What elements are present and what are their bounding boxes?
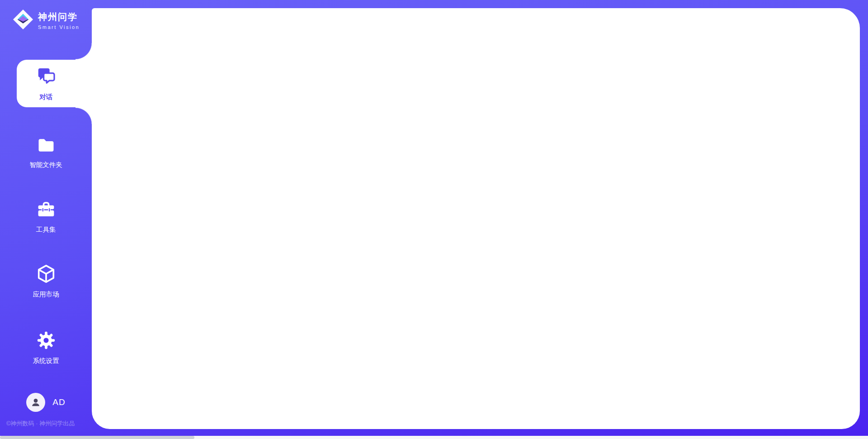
scrollbar-thumb[interactable] [0,436,194,439]
copyright-text: ©神州数码 · 神州问学出品 [6,420,75,428]
folder-icon [36,135,56,157]
cube-icon [36,263,57,286]
brand-name: 神州问学 [38,11,80,23]
tab-fillet-top [75,43,92,60]
sidebar-item-label: 系统设置 [33,357,59,365]
brand-subtitle: Smart Vision [38,24,80,30]
sidebar-item-chat[interactable]: 对话 [0,66,92,101]
brand-diamond-icon [13,9,33,32]
sidebar-item-settings[interactable]: 系统设置 [0,330,92,365]
brand-logo: 神州问学 Smart Vision [13,9,80,32]
tab-fillet-bottom [75,107,92,124]
toolbox-icon [36,200,56,221]
sidebar-item-label: 应用市场 [33,290,59,299]
sidebar-item-label: 工具集 [36,225,56,234]
sidebar-item-toolset[interactable]: 工具集 [0,200,92,234]
sidebar-item-smart-folder[interactable]: 智能文件夹 [0,135,92,169]
horizontal-scrollbar [0,436,868,439]
user-name: AD [52,397,65,407]
app-window: 神州问学 Smart Vision 对话 智能文件夹 [0,0,868,439]
sidebar-item-app-market[interactable]: 应用市场 [0,263,92,299]
user-profile[interactable]: AD [0,393,92,412]
gear-icon [36,330,57,353]
avatar [26,393,45,412]
main-panel [92,8,860,429]
sidebar-item-label: 对话 [39,93,52,101]
chat-icon [36,66,57,89]
sidebar-item-label: 智能文件夹 [29,161,62,169]
